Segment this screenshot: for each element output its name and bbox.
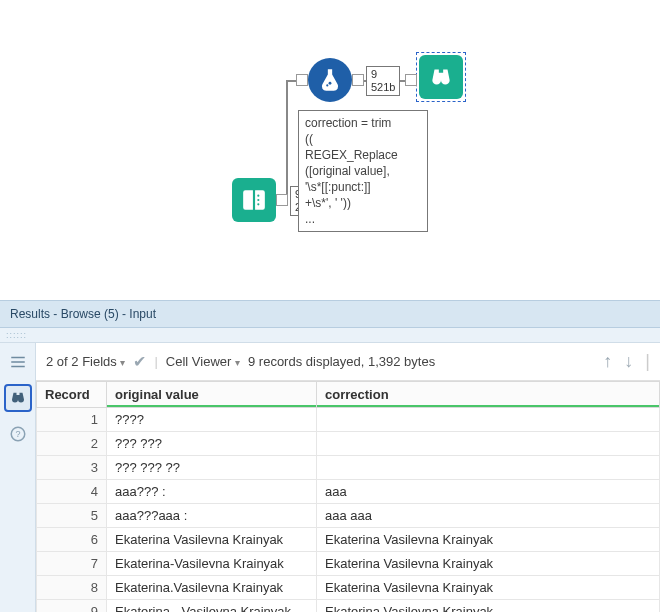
- results-side-toolbar: ?: [0, 343, 36, 612]
- record-number: 5: [37, 504, 107, 528]
- cell-correction[interactable]: [317, 456, 660, 480]
- record-number: 1: [37, 408, 107, 432]
- cell-original-value[interactable]: ??? ???: [107, 432, 317, 456]
- view-browse-button[interactable]: [5, 385, 31, 411]
- record-number: 7: [37, 552, 107, 576]
- cell-correction[interactable]: [317, 432, 660, 456]
- annotation-line: ([original value],: [305, 163, 421, 179]
- tag-rows: 9: [371, 68, 395, 81]
- record-number: 6: [37, 528, 107, 552]
- results-panel-title: Results - Browse (5) - Input: [0, 300, 660, 328]
- panel-grip[interactable]: ::::::: [0, 328, 660, 343]
- tag-bytes: 521b: [371, 81, 395, 94]
- table-row[interactable]: 2??? ???: [37, 432, 660, 456]
- cell-correction[interactable]: Ekaterina Vasilevna Krainyak: [317, 576, 660, 600]
- input-anchor[interactable]: [405, 74, 417, 86]
- record-number: 8: [37, 576, 107, 600]
- separator: |: [154, 354, 157, 369]
- cell-original-value[interactable]: ????: [107, 408, 317, 432]
- connector: [286, 80, 288, 201]
- fields-dropdown[interactable]: 2 of 2 Fields ▾: [46, 354, 125, 369]
- table-row[interactable]: 7Ekaterina-Vasilevna KrainyakEkaterina V…: [37, 552, 660, 576]
- table-row[interactable]: 8Ekaterina.Vasilevna KrainyakEkaterina V…: [37, 576, 660, 600]
- help-button[interactable]: ?: [5, 421, 31, 447]
- flask-icon: [317, 67, 343, 93]
- col-record[interactable]: Record: [37, 382, 107, 408]
- svg-text:?: ?: [15, 429, 20, 439]
- list-icon: [9, 353, 27, 371]
- cell-correction[interactable]: aaa aaa: [317, 504, 660, 528]
- record-number: 4: [37, 480, 107, 504]
- record-number: 9: [37, 600, 107, 613]
- annotation-line: '\s*[[:punct:]]: [305, 179, 421, 195]
- table-row[interactable]: 6Ekaterina Vasilevna KrainyakEkaterina V…: [37, 528, 660, 552]
- record-number: 3: [37, 456, 107, 480]
- record-number: 2: [37, 432, 107, 456]
- svg-point-0: [257, 195, 259, 197]
- cell-correction[interactable]: [317, 408, 660, 432]
- workflow-canvas[interactable]: 9 235b 9 521b correction = trim (( REGEX…: [0, 0, 660, 300]
- cell-original-value[interactable]: aaa??? :: [107, 480, 317, 504]
- svg-point-3: [329, 82, 332, 85]
- col-correction[interactable]: correction: [317, 382, 660, 408]
- formula-tool[interactable]: [308, 58, 352, 102]
- table-row[interactable]: 1????: [37, 408, 660, 432]
- annotation-line: REGEX_Replace: [305, 147, 421, 163]
- cell-original-value[interactable]: Ekaterina-Vasilevna Krainyak: [107, 552, 317, 576]
- table-row[interactable]: 9Ekaterina - Vasilevna KrainyakEkaterina…: [37, 600, 660, 613]
- binoculars-icon: [428, 64, 454, 90]
- help-icon: ?: [9, 425, 27, 443]
- tool-annotation[interactable]: correction = trim (( REGEX_Replace ([ori…: [298, 110, 428, 232]
- results-panel: ? 2 of 2 Fields ▾ ✔ | Cell Viewer ▾ 9 re…: [0, 343, 660, 612]
- cell-correction[interactable]: Ekaterina Vasilevna Krainyak: [317, 600, 660, 613]
- separator: |: [645, 351, 650, 372]
- input-tool[interactable]: [232, 178, 276, 222]
- annotation-line: +\s*', ' ')): [305, 195, 421, 211]
- cell-original-value[interactable]: Ekaterina - Vasilevna Krainyak: [107, 600, 317, 613]
- svg-point-4: [326, 84, 328, 86]
- annotation-line: ((: [305, 131, 421, 147]
- output-anchor[interactable]: [276, 194, 288, 206]
- cell-original-value[interactable]: ??? ??? ??: [107, 456, 317, 480]
- cell-correction[interactable]: Ekaterina Vasilevna Krainyak: [317, 528, 660, 552]
- browse-tool[interactable]: [419, 55, 463, 99]
- cell-correction[interactable]: Ekaterina Vasilevna Krainyak: [317, 552, 660, 576]
- results-toolbar: 2 of 2 Fields ▾ ✔ | Cell Viewer ▾ 9 reco…: [36, 343, 660, 381]
- results-main: 2 of 2 Fields ▾ ✔ | Cell Viewer ▾ 9 reco…: [36, 343, 660, 612]
- cell-viewer-label: Cell Viewer: [166, 354, 232, 369]
- book-icon: [241, 187, 267, 213]
- cell-original-value[interactable]: aaa???aaa :: [107, 504, 317, 528]
- table-row[interactable]: 5aaa???aaa :aaa aaa: [37, 504, 660, 528]
- chevron-down-icon: ▾: [120, 357, 125, 368]
- input-anchor[interactable]: [296, 74, 308, 86]
- col-original-value[interactable]: original value: [107, 382, 317, 408]
- selection-outline: [416, 52, 466, 102]
- cell-correction[interactable]: aaa: [317, 480, 660, 504]
- table-row[interactable]: 3??? ??? ??: [37, 456, 660, 480]
- cell-viewer-dropdown[interactable]: Cell Viewer ▾: [166, 354, 240, 369]
- annotation-line: ...: [305, 211, 421, 227]
- cell-original-value[interactable]: Ekaterina Vasilevna Krainyak: [107, 528, 317, 552]
- connection-tag: 9 521b: [366, 66, 400, 96]
- annotation-line: correction = trim: [305, 115, 421, 131]
- svg-point-1: [257, 199, 259, 201]
- table-row[interactable]: 4aaa??? :aaa: [37, 480, 660, 504]
- results-grid[interactable]: Record original value correction 1????2?…: [36, 381, 660, 612]
- binoculars-icon: [9, 389, 27, 407]
- prev-button[interactable]: ↑: [603, 351, 612, 372]
- view-list-button[interactable]: [5, 349, 31, 375]
- output-anchor[interactable]: [352, 74, 364, 86]
- apply-check-button[interactable]: ✔: [133, 352, 146, 371]
- chevron-down-icon: ▾: [235, 357, 240, 368]
- cell-original-value[interactable]: Ekaterina.Vasilevna Krainyak: [107, 576, 317, 600]
- next-button[interactable]: ↓: [624, 351, 633, 372]
- fields-summary: 2 of 2 Fields: [46, 354, 117, 369]
- svg-point-2: [257, 203, 259, 205]
- records-summary: 9 records displayed, 1,392 bytes: [248, 354, 435, 369]
